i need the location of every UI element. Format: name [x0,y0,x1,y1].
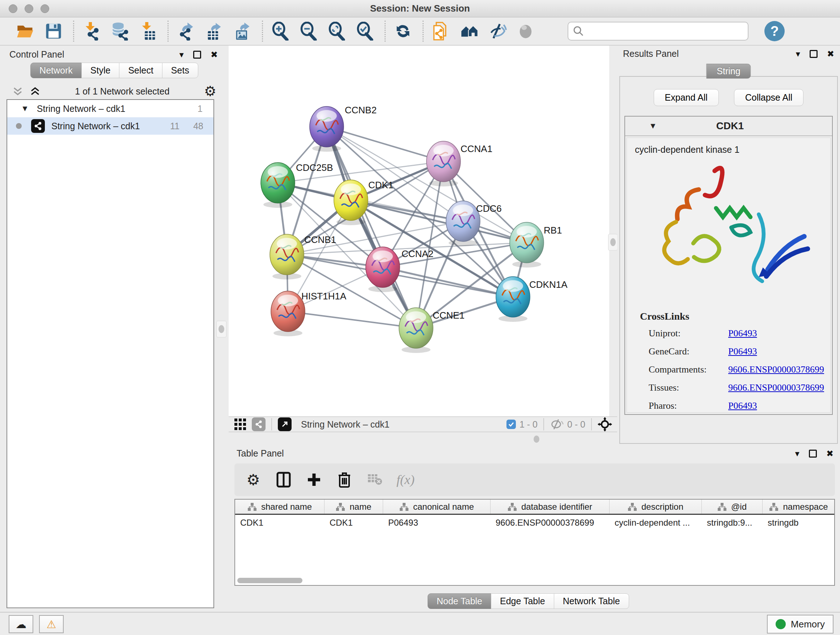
preview-eye-button[interactable] [514,19,537,43]
minimize-window-button[interactable] [25,4,33,13]
network-edge-HIST1H1A-CCNE1[interactable] [288,311,416,328]
table-cell[interactable]: CDK1 [235,515,325,531]
crosslink-link[interactable]: P06493 [728,328,757,339]
import-network-from-database-button[interactable] [108,19,131,43]
zoom-in-button[interactable] [269,19,292,43]
tab-select[interactable]: Select [119,63,162,78]
import-network-button[interactable] [80,19,103,43]
zoom-selected-button[interactable] [354,19,377,43]
crosslink-link[interactable]: 9606.ENSP00000378699 [728,364,824,375]
add-column-button[interactable] [305,471,323,488]
network-node-CCNB2[interactable] [309,106,344,152]
network-view-share-icon[interactable] [252,417,265,431]
expand-all-button[interactable]: Expand All [654,89,719,106]
network-options-gear-icon[interactable]: ⚙ [204,83,216,99]
left-splitter-handle[interactable] [216,321,226,337]
column-header-description[interactable]: description [609,500,702,514]
network-node-CCNA1[interactable] [426,141,461,187]
string-import-button[interactable] [429,19,453,43]
crosslink-link[interactable]: P06493 [728,401,757,411]
network-row[interactable]: String Network – cdk1 11 48 [7,117,213,135]
details-caret-icon[interactable]: ▼ [649,121,657,131]
show-columns-button[interactable] [275,471,292,488]
function-builder-button[interactable]: f(x) [396,472,415,487]
zoom-fit-button[interactable] [325,19,348,43]
tab-node-table[interactable]: Node Table [428,593,491,609]
close-panel-icon[interactable]: ✖ [210,50,218,60]
column-header-canonical-name[interactable]: canonical name [383,500,491,514]
table-options-gear-icon[interactable]: ⚙ [245,471,262,488]
horizontal-splitter-handle[interactable] [532,434,541,444]
memory-button[interactable]: Memory [767,615,834,633]
detach-view-button[interactable] [278,417,292,431]
hidden-eye-slash-icon[interactable] [550,419,564,430]
panel-menu-icon[interactable]: ▾ [796,49,800,59]
column-header-namespace[interactable]: namespace [763,500,835,514]
selected-checkbox[interactable] [507,420,516,429]
close-panel-icon[interactable]: ✖ [827,49,834,59]
table-cell[interactable]: stringdb [763,515,835,531]
home-networks-button[interactable] [458,19,481,43]
float-panel-icon[interactable] [809,450,817,458]
tab-style[interactable]: Style [81,63,120,78]
warnings-button[interactable]: ⚠ [39,615,64,633]
table-cell[interactable]: cyclin-dependent ... [609,515,702,531]
expand-all-tree-icon[interactable] [30,86,41,97]
refresh-layout-button[interactable] [392,19,415,43]
export-network-button[interactable] [174,19,197,43]
birds-eye-crosshair-icon[interactable] [598,417,612,432]
delete-column-button[interactable] [336,471,353,488]
table-horizontal-scrollbar[interactable] [237,578,302,583]
float-panel-icon[interactable] [193,51,201,59]
column-header-shared-name[interactable]: shared name [235,500,325,514]
tab-network[interactable]: Network [30,63,82,78]
cloud-status-button[interactable]: ☁ [9,615,33,633]
crosslink-link[interactable]: P06493 [728,346,757,357]
float-panel-icon[interactable] [810,50,818,58]
grid-view-icon[interactable] [234,418,247,431]
panel-menu-icon[interactable]: ▾ [180,50,184,60]
network-edge-CCNA2-CDKN1A[interactable] [383,267,513,297]
table-cell[interactable]: stringdb:9... [702,515,763,531]
network-node-HIST1H1A[interactable] [271,291,305,336]
table-cell[interactable]: 9606.ENSP00000378699 [491,515,609,531]
save-session-button[interactable] [42,19,65,43]
zoom-window-button[interactable] [41,4,49,13]
network-canvas[interactable]: CCNB2CCNA1CDC25BCDK1CDC6RB1CCNB1CCNA2CDK… [229,46,609,416]
export-image-button[interactable] [231,19,254,43]
network-collection-row[interactable]: ▼ String Network – cdk1 1 [7,100,213,117]
tab-edge-table[interactable]: Edge Table [491,593,554,609]
table-cell[interactable]: P06493 [383,515,491,531]
open-session-button[interactable] [14,19,37,43]
delete-table-button[interactable] [366,471,384,488]
network-node-CCNB1[interactable] [270,234,304,279]
toggle-visibility-button[interactable] [486,19,509,43]
search-input[interactable] [568,22,748,41]
tab-string[interactable]: String [706,64,751,79]
column-header-database-identifier[interactable]: database identifier [491,500,609,514]
crosslink-link[interactable]: 9606.ENSP00000378699 [728,382,824,393]
import-table-button[interactable] [136,19,159,43]
network-node-CDKN1A[interactable] [496,277,530,322]
node-details-header[interactable]: ▼ CDK1 [625,117,832,136]
zoom-out-button[interactable] [297,19,320,43]
tab-network-table[interactable]: Network Table [554,593,629,609]
collapse-all-button[interactable]: Collapse All [734,89,804,106]
network-edge-CCNB2-CCNA1[interactable] [327,127,444,162]
collection-caret-icon[interactable]: ▼ [21,104,29,113]
column-header-name[interactable]: name [325,500,383,514]
tab-sets[interactable]: Sets [162,63,198,78]
table-row[interactable]: CDK1CDK1P064939606.ENSP00000378699cyclin… [235,515,834,531]
network-node-CCNE1[interactable] [399,308,433,353]
network-node-CDC25B[interactable] [261,163,295,208]
column-header--id[interactable]: @id [702,500,763,514]
panel-menu-icon[interactable]: ▾ [795,448,799,459]
collapse-all-tree-icon[interactable] [12,86,23,97]
close-window-button[interactable] [9,4,17,13]
network-node-RB1[interactable] [510,222,544,268]
table-cell[interactable]: CDK1 [325,515,383,531]
export-table-button[interactable] [202,19,226,43]
help-button[interactable]: ? [764,21,785,41]
close-panel-icon[interactable]: ✖ [826,448,834,459]
right-splitter-handle[interactable] [608,234,617,250]
